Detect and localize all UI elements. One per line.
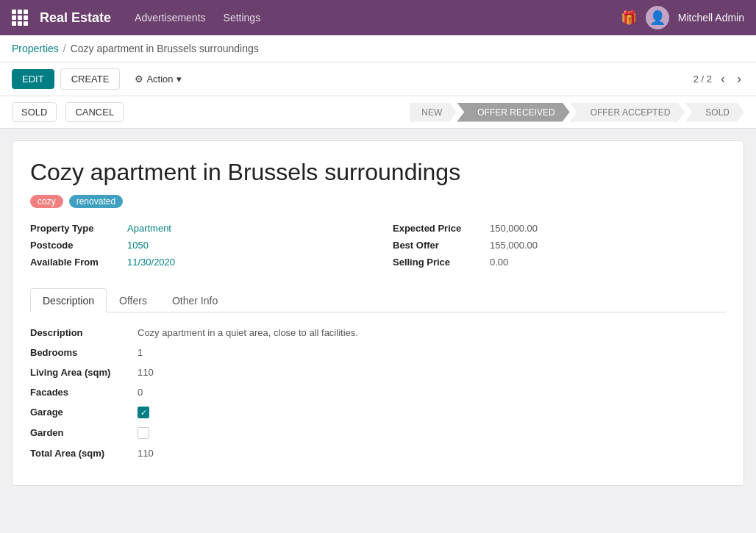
garage-checkbox[interactable] — [138, 407, 149, 418]
postcode-label: Postcode — [30, 240, 118, 251]
desc-field-garden: Garden — [30, 427, 726, 439]
desc-living-area-value: 110 — [138, 367, 154, 378]
tab-content-description: Description Cozy apartment in a quiet ar… — [30, 312, 726, 459]
status-bar: SOLD CANCEL NEW OFFER RECEIVED OFFER ACC… — [0, 96, 756, 129]
desc-description-label: Description — [30, 327, 126, 338]
breadcrumb-separator: / — [63, 43, 66, 54]
create-button[interactable]: CREATE — [60, 68, 121, 90]
cancel-button[interactable]: CANCEL — [65, 102, 124, 122]
edit-button[interactable]: EDIT — [12, 69, 54, 89]
nav-settings[interactable]: Settings — [224, 12, 261, 24]
left-fields: Property Type Apartment Postcode 1050 Av… — [30, 223, 363, 273]
property-title: Cozy apartment in Brussels surroundings — [30, 159, 726, 186]
selling-price-label: Selling Price — [393, 257, 481, 268]
tab-bar: Description Offers Other Info — [30, 288, 726, 312]
tag-renovated: renovated — [69, 195, 123, 208]
nav-advertisements[interactable]: Advertisements — [135, 12, 205, 24]
postcode-value: 1050 — [127, 240, 149, 251]
desc-field-total-area: Total Area (sqm) 110 — [30, 448, 726, 459]
pipeline-step-offer-accepted[interactable]: OFFER ACCEPTED — [570, 103, 685, 122]
action-chevron-icon: ▾ — [176, 74, 182, 85]
action-gear-icon: ⚙ — [135, 74, 143, 85]
desc-facades-value: 0 — [138, 387, 143, 398]
breadcrumb-parent[interactable]: Properties — [12, 43, 59, 54]
desc-field-facades: Facades 0 — [30, 387, 726, 398]
property-type-label: Property Type — [30, 223, 118, 234]
garden-checkbox[interactable] — [138, 427, 149, 439]
field-expected-price: Expected Price 150,000.00 — [393, 223, 726, 234]
pipeline-step-new[interactable]: NEW — [410, 103, 457, 122]
best-offer-label: Best Offer — [393, 240, 481, 251]
prev-button[interactable]: ‹ — [718, 70, 728, 88]
field-best-offer: Best Offer 155,000.00 — [393, 240, 726, 251]
tab-other-info[interactable]: Other Info — [160, 288, 230, 312]
desc-field-description: Description Cozy apartment in a quiet ar… — [30, 327, 726, 338]
property-card: Cozy apartment in Brussels surroundings … — [12, 140, 744, 486]
desc-field-bedrooms: Bedrooms 1 — [30, 347, 726, 358]
pipeline-step-sold[interactable]: SOLD — [685, 103, 744, 122]
desc-total-area-label: Total Area (sqm) — [30, 448, 126, 459]
expected-price-label: Expected Price — [393, 223, 481, 234]
field-property-type: Property Type Apartment — [30, 223, 363, 234]
pagination: 2 / 2 ‹ › — [693, 70, 744, 88]
available-from-label: Available From — [30, 257, 118, 268]
desc-description-value: Cozy apartment in a quiet area, close to… — [138, 327, 358, 338]
property-tags: cozy renovated — [30, 195, 726, 208]
top-navigation: Real Estate Advertisements Settings 🎁 👤 … — [0, 0, 756, 35]
tab-description[interactable]: Description — [30, 288, 107, 312]
property-type-value: Apartment — [127, 223, 171, 234]
expected-price-value: 150,000.00 — [490, 223, 538, 234]
main-content: Cozy apartment in Brussels surroundings … — [0, 129, 756, 498]
app-title: Real Estate — [40, 10, 111, 26]
pipeline: NEW OFFER RECEIVED OFFER ACCEPTED SOLD — [410, 103, 744, 122]
avatar: 👤 — [646, 6, 669, 29]
desc-field-living-area: Living Area (sqm) 110 — [30, 367, 726, 378]
user-section: 🎁 👤 Mitchell Admin — [621, 6, 744, 29]
best-offer-value: 155,000.00 — [490, 240, 538, 251]
tab-offers[interactable]: Offers — [107, 288, 160, 312]
action-button[interactable]: ⚙ Action ▾ — [126, 69, 190, 89]
gift-icon[interactable]: 🎁 — [621, 10, 637, 26]
field-postcode: Postcode 1050 — [30, 240, 363, 251]
field-selling-price: Selling Price 0.00 — [393, 257, 726, 268]
selling-price-value: 0.00 — [490, 257, 508, 268]
pipeline-step-offer-received[interactable]: OFFER RECEIVED — [457, 103, 569, 122]
nav-links: Advertisements Settings — [135, 12, 609, 24]
available-from-value: 11/30/2020 — [127, 257, 175, 268]
pagination-text: 2 / 2 — [693, 74, 712, 85]
desc-facades-label: Facades — [30, 387, 126, 398]
user-name[interactable]: Mitchell Admin — [678, 12, 744, 24]
desc-garden-label: Garden — [30, 427, 126, 438]
sold-button[interactable]: SOLD — [12, 102, 57, 122]
breadcrumb: Properties / Cozy apartment in Brussels … — [0, 35, 756, 62]
action-bar: EDIT CREATE ⚙ Action ▾ 2 / 2 ‹ › — [0, 62, 756, 96]
desc-living-area-label: Living Area (sqm) — [30, 367, 126, 378]
action-label: Action — [146, 74, 173, 85]
apps-menu-icon[interactable] — [12, 10, 28, 26]
property-fields: Property Type Apartment Postcode 1050 Av… — [30, 223, 726, 273]
breadcrumb-current: Cozy apartment in Brussels surroundings — [71, 43, 259, 54]
desc-garage-label: Garage — [30, 407, 126, 418]
field-available-from: Available From 11/30/2020 — [30, 257, 363, 268]
desc-bedrooms-label: Bedrooms — [30, 347, 126, 358]
next-button[interactable]: › — [734, 70, 744, 88]
desc-bedrooms-value: 1 — [138, 347, 143, 358]
desc-total-area-value: 110 — [138, 448, 154, 459]
tag-cozy: cozy — [30, 195, 63, 208]
right-fields: Expected Price 150,000.00 Best Offer 155… — [393, 223, 726, 273]
desc-field-garage: Garage — [30, 407, 726, 418]
